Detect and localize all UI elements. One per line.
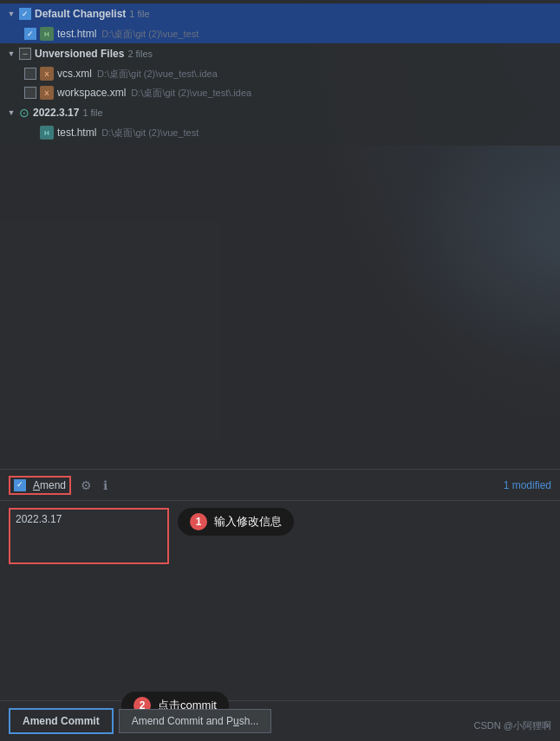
filepath-test-html-2: D:\桌面\git (2)\vue_test xyxy=(101,127,199,140)
tree-group-2022: ▼ ⊙ 2022.3.17 1 file H test.html D:\桌面\g… xyxy=(0,102,560,142)
watermark: CSDN @小阿狸啊 xyxy=(474,719,551,732)
modified-badge: 1 modified xyxy=(504,479,551,491)
filename-vcs-xml: vcs.xml xyxy=(57,68,92,80)
amend-label: Amend xyxy=(33,479,66,491)
amend-section: Amend ⚙ ℹ 1 modified 2022.3.17 1 输入修改信息 xyxy=(0,469,560,579)
tree-item-test-html-2[interactable]: H test.html D:\桌面\git (2)\vue_test xyxy=(0,123,560,142)
chevron-unversioned: ▼ xyxy=(5,48,17,60)
amend-checkbox-wrap: Amend xyxy=(9,476,71,495)
group-header-default[interactable]: ▼ Default Changelist 1 file xyxy=(0,3,560,24)
amend-underline: A xyxy=(33,479,40,491)
group-label-2022: 2022.3.17 xyxy=(33,107,79,119)
filepath-test-html-1: D:\桌面\git (2)\vue_test xyxy=(101,28,199,41)
icon-text-workspace: X xyxy=(44,89,49,97)
group-header-unversioned[interactable]: ▼ Unversioned Files 2 files xyxy=(0,43,560,64)
tooltip-1-number: 1 xyxy=(190,513,207,530)
checkbox-workspace-xml[interactable] xyxy=(24,87,36,99)
group-header-2022[interactable]: ▼ ⊙ 2022.3.17 1 file xyxy=(0,102,560,123)
amend-push-button[interactable]: Amend Commit and Push... xyxy=(119,709,272,733)
tree-item-test-html-1[interactable]: H test.html D:\桌面\git (2)\vue_test xyxy=(0,24,560,43)
tooltip-1-text: 输入修改信息 xyxy=(214,514,282,530)
file-count-unversioned: 2 files xyxy=(127,49,153,59)
html-file-icon-2: H xyxy=(40,126,54,140)
info-icon[interactable]: ℹ xyxy=(97,478,113,493)
tree-item-vcs-xml[interactable]: X vcs.xml D:\桌面\git (2)\vue_test\.idea xyxy=(0,64,560,83)
icon-text-2: H xyxy=(44,129,49,137)
filename-test-html-1: test.html xyxy=(57,28,96,40)
tree-group-default: ▼ Default Changelist 1 file H test.html … xyxy=(0,3,560,43)
checkbox-test-html-1[interactable] xyxy=(24,28,36,40)
amend-commit-button[interactable]: Amend Commit xyxy=(9,708,114,734)
version-icon: ⊙ xyxy=(19,106,29,120)
filepath-workspace-xml: D:\桌面\git (2)\vue_test\.idea xyxy=(131,87,251,100)
tooltip-1: 1 输入修改信息 xyxy=(178,508,294,536)
filename-test-html-2: test.html xyxy=(57,127,96,139)
html-file-icon-1: H xyxy=(40,27,54,41)
main-container: ▼ Default Changelist 1 file H test.html … xyxy=(0,0,560,741)
extra-space: 2 点击commit xyxy=(0,579,560,700)
filepath-vcs-xml: D:\桌面\git (2)\vue_test\.idea xyxy=(97,68,218,81)
checkbox-unversioned[interactable] xyxy=(19,48,31,60)
group-label-unversioned: Unversioned Files xyxy=(35,48,124,60)
xml-file-icon-vcs: X xyxy=(40,67,54,81)
xml-file-icon-workspace: X xyxy=(40,86,54,100)
icon-text-1: H xyxy=(44,30,49,38)
chevron-2022: ▼ xyxy=(5,107,17,119)
gear-icon[interactable]: ⚙ xyxy=(78,478,94,493)
amend-checkbox[interactable] xyxy=(14,479,26,491)
commit-message-area: 2022.3.17 1 输入修改信息 xyxy=(0,501,560,579)
chevron-default: ▼ xyxy=(5,8,17,20)
group-label-default: Default Changelist xyxy=(35,8,126,20)
amend-header: Amend ⚙ ℹ 1 modified xyxy=(0,470,560,501)
file-count-2022: 1 file xyxy=(82,107,102,118)
commit-message-input[interactable]: 2022.3.17 xyxy=(9,508,169,564)
checkbox-vcs-xml[interactable] xyxy=(24,68,36,80)
icon-text-vcs: X xyxy=(44,70,49,78)
push-underline: u xyxy=(233,715,239,727)
file-count-default: 1 file xyxy=(129,9,149,19)
checkbox-default-changelist[interactable] xyxy=(19,8,31,20)
tree-group-unversioned: ▼ Unversioned Files 2 files X vcs.xml D:… xyxy=(0,43,560,102)
amend-push-label: Amend Commit and Push... xyxy=(132,715,259,727)
filename-workspace-xml: workspace.xml xyxy=(57,87,126,99)
file-tree: ▼ Default Changelist 1 file H test.html … xyxy=(0,0,560,146)
middle-spacer xyxy=(0,146,560,469)
tree-item-workspace-xml[interactable]: X workspace.xml D:\桌面\git (2)\vue_test\.… xyxy=(0,83,560,102)
